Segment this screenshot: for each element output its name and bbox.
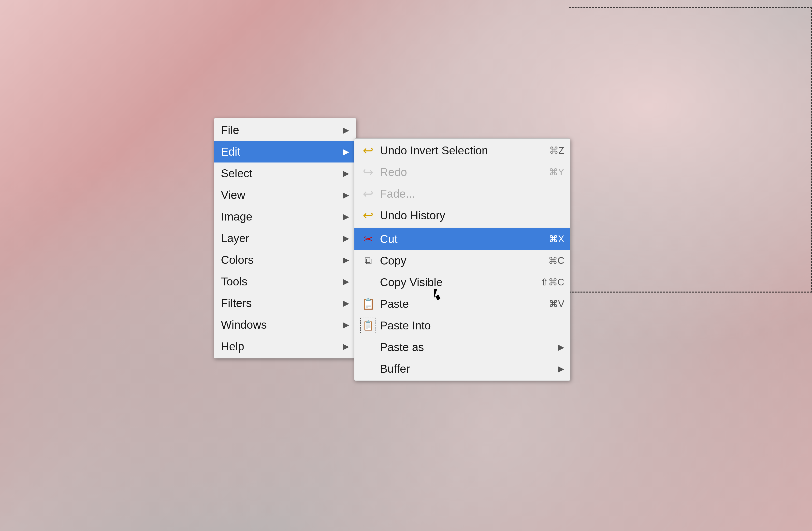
submenu-item-paste[interactable]: 📋 Paste ⌘V	[354, 293, 570, 315]
edit-submenu: ↩ Undo Invert Selection ⌘Z ↪ Redo ⌘Y ↩ F…	[354, 139, 570, 381]
submenu-arrow-windows: ▶	[343, 320, 349, 329]
submenu-arrow-layer: ▶	[343, 233, 349, 243]
menu-item-select[interactable]: Select ▶	[214, 162, 356, 184]
mouse-cursor	[434, 289, 444, 301]
submenu-item-undo-history[interactable]: ↩ Undo History	[354, 204, 570, 226]
submenu-item-copy[interactable]: ⧉ Copy ⌘C	[354, 250, 570, 271]
submenu-item-fade[interactable]: ↩ Fade...	[354, 183, 570, 204]
copy-icon: ⧉	[360, 253, 376, 269]
submenu-item-paste-into[interactable]: 📋 Paste Into	[354, 315, 570, 336]
paste-as-arrow: ▶	[558, 342, 564, 352]
submenu-item-undo-invert[interactable]: ↩ Undo Invert Selection ⌘Z	[354, 140, 570, 161]
submenu-arrow-file: ▶	[343, 125, 349, 135]
undo-history-icon: ↩	[360, 207, 376, 223]
submenu-arrow-select: ▶	[343, 169, 349, 178]
submenu-arrow-filters: ▶	[343, 299, 349, 308]
submenu-item-paste-as[interactable]: Paste as ▶	[354, 336, 570, 358]
scissors-icon: ✂	[360, 231, 376, 247]
main-context-menu: File ▶ Edit ▶ ↩ Undo Invert Selection ⌘Z…	[214, 118, 356, 358]
menu-item-colors[interactable]: Colors ▶	[214, 249, 356, 271]
menu-item-tools[interactable]: Tools ▶	[214, 271, 356, 292]
menu-item-file[interactable]: File ▶	[214, 119, 356, 141]
submenu-arrow-tools: ▶	[343, 277, 349, 286]
copy-visible-icon	[360, 274, 376, 290]
paste-icon: 📋	[360, 296, 376, 312]
menu-item-layer[interactable]: Layer ▶	[214, 227, 356, 249]
submenu-arrow-image: ▶	[343, 212, 349, 221]
menu-item-help[interactable]: Help ▶	[214, 335, 356, 357]
menu-item-view[interactable]: View ▶	[214, 184, 356, 206]
submenu-item-copy-visible[interactable]: Copy Visible ⇧⌘C	[354, 271, 570, 293]
redo-icon: ↪	[360, 164, 376, 180]
submenu-separator-1	[354, 227, 570, 227]
paste-into-icon: 📋	[360, 318, 376, 333]
submenu-arrow-colors: ▶	[343, 255, 349, 264]
paste-as-icon	[360, 339, 376, 355]
submenu-item-buffer[interactable]: Buffer ▶	[354, 358, 570, 379]
menu-item-image[interactable]: Image ▶	[214, 206, 356, 227]
submenu-arrow-help: ▶	[343, 342, 349, 351]
buffer-arrow: ▶	[558, 364, 564, 373]
fade-icon: ↩	[360, 186, 376, 202]
menu-item-edit[interactable]: Edit ▶ ↩ Undo Invert Selection ⌘Z ↪ Redo…	[214, 141, 356, 162]
submenu-arrow-edit: ▶	[343, 147, 349, 156]
menu-item-filters[interactable]: Filters ▶	[214, 292, 356, 314]
menu-item-windows[interactable]: Windows ▶	[214, 314, 356, 335]
submenu-item-cut[interactable]: ✂ Cut ⌘X	[354, 228, 570, 250]
selection-marquee	[569, 8, 812, 292]
buffer-icon	[360, 361, 376, 377]
undo-invert-icon: ↩	[360, 143, 376, 158]
submenu-arrow-view: ▶	[343, 190, 349, 200]
submenu-item-redo[interactable]: ↪ Redo ⌘Y	[354, 161, 570, 183]
